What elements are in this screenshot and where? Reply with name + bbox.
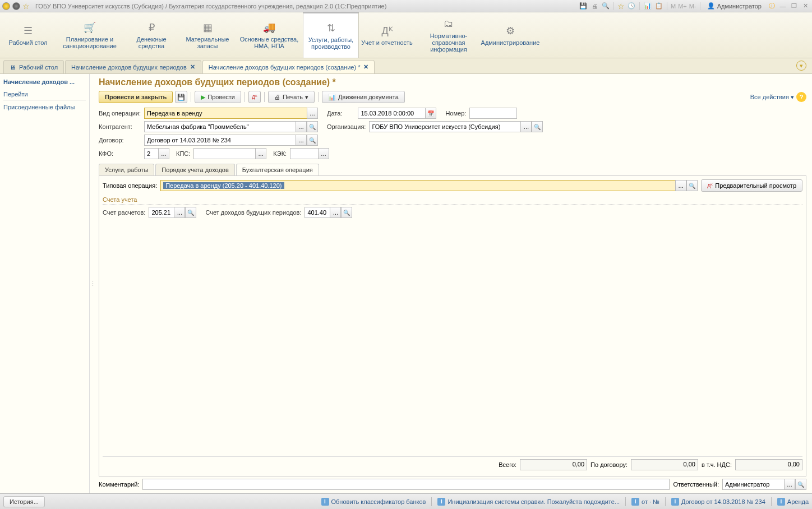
ellipsis-button[interactable]: … xyxy=(318,148,329,159)
gear-icon: ⚙ xyxy=(506,25,515,37)
status-link-1[interactable]: iот · № xyxy=(631,498,659,506)
save-icon[interactable]: 💾 xyxy=(579,2,588,11)
typical-op-label: Типовая операция: xyxy=(103,182,157,189)
close-icon[interactable]: ✕ xyxy=(363,63,368,71)
tab-accounting-operation[interactable]: Бухгалтерская операция xyxy=(236,164,319,175)
restore-icon[interactable]: ❐ xyxy=(790,2,799,11)
search-icon[interactable]: 🔍 xyxy=(601,2,610,11)
nav-admin[interactable]: ⚙Администрирование xyxy=(482,12,538,58)
calendar-icon[interactable]: 📋 xyxy=(654,2,663,11)
ellipsis-button[interactable]: … xyxy=(675,180,686,191)
separator xyxy=(665,497,666,506)
search-button[interactable]: 🔍 xyxy=(532,121,543,132)
all-actions-link[interactable]: Все действия ▾ xyxy=(750,94,794,101)
splitter[interactable]: ⋮ xyxy=(90,74,95,493)
number-input[interactable] xyxy=(469,108,517,119)
post-and-close-button[interactable]: Провести и закрыть xyxy=(99,91,173,103)
settlement-account-input[interactable]: 205.21 xyxy=(149,207,174,218)
comment-row: Комментарий: Ответственный: Администрато… xyxy=(99,476,806,492)
by-contract-value: 0,00 xyxy=(631,459,698,470)
search-button[interactable]: 🔍 xyxy=(307,135,318,146)
ledger-icon: Дᴷ xyxy=(381,25,392,37)
search-button[interactable]: 🔍 xyxy=(686,180,698,191)
comment-input[interactable] xyxy=(142,479,670,490)
ellipsis-button[interactable]: … xyxy=(784,479,795,490)
history-button[interactable]: История... xyxy=(3,496,45,507)
init-help-link[interactable]: iИнициализация системы справки. Пожалуйс… xyxy=(437,498,620,506)
nav-planning[interactable]: 🛒Планирование и санкционирование xyxy=(56,12,123,58)
ellipsis-button[interactable]: … xyxy=(330,207,341,218)
document-toolbar: Провести и закрыть 💾 ▶Провести Дᴷ 🖨 Печа… xyxy=(99,91,806,103)
calculator-icon[interactable]: 📊 xyxy=(643,2,652,11)
tab-services-works[interactable]: Услуги, работы xyxy=(99,164,154,175)
m-minus-label[interactable]: M- xyxy=(689,3,696,10)
kps-label: КПС: xyxy=(176,150,190,157)
print-button[interactable]: 🖨 Печать ▾ xyxy=(268,91,315,103)
status-link-2[interactable]: iДоговор от 14.03.2018 № 234 xyxy=(671,498,765,506)
typical-op-input[interactable]: Передача в аренду (205.20 - 401.40.120) xyxy=(160,180,675,191)
nav-cash[interactable]: ₽Денежные средства xyxy=(123,12,179,58)
organization-input[interactable]: ГОБУ ВПО Университет искусств (Субсидия) xyxy=(369,121,520,132)
date-input[interactable]: 15.03.2018 0:00:00 xyxy=(358,108,425,119)
operation-type-input[interactable]: Передача в аренду xyxy=(144,108,307,119)
nav-materials[interactable]: ▦Материальные запасы xyxy=(179,12,236,58)
clock-icon[interactable]: 🕓 xyxy=(627,2,636,11)
ellipsis-button[interactable]: … xyxy=(307,108,318,119)
ellipsis-button[interactable]: … xyxy=(255,148,266,159)
help-icon[interactable]: ? xyxy=(796,92,806,102)
user-badge[interactable]: 👤 Администратор xyxy=(704,2,765,10)
search-button[interactable]: 🔍 xyxy=(795,479,806,490)
calendar-button[interactable]: 📅 xyxy=(425,108,436,119)
tabs-dropdown-icon[interactable]: ▾ xyxy=(796,61,806,71)
favorite-icon[interactable]: ☆ xyxy=(22,2,30,11)
ellipsis-button[interactable]: … xyxy=(296,121,307,132)
tab-income-create[interactable]: Начисление доходов будущих периодов (соз… xyxy=(202,60,375,73)
ruble-icon: ₽ xyxy=(149,21,155,34)
m-label[interactable]: M xyxy=(671,3,676,10)
cart-icon: 🛒 xyxy=(84,21,96,34)
attached-files-link[interactable]: Присоединенные файлы xyxy=(3,103,86,112)
ellipsis-button[interactable]: … xyxy=(296,135,307,146)
kek-input[interactable] xyxy=(290,148,318,159)
preview-button[interactable]: ДᴷПредварительный просмотр xyxy=(701,179,802,192)
minimize-icon[interactable]: — xyxy=(778,2,787,11)
movements-button[interactable]: 📊 Движения документа xyxy=(322,91,405,103)
close-icon[interactable]: ✕ xyxy=(801,2,810,11)
m-plus-label[interactable]: M+ xyxy=(678,3,687,10)
status-link-3[interactable]: iАренда xyxy=(777,498,809,506)
counterparty-input[interactable]: Мебельная фабрика "Проммебель" xyxy=(144,121,296,132)
contract-input[interactable]: Договор от 14.03.2018 № 234 xyxy=(144,135,296,146)
tab-income-list[interactable]: Начисление доходов будущих периодов✕ xyxy=(65,60,201,73)
dropdown-icon[interactable] xyxy=(12,2,20,10)
future-income-account-input[interactable]: 401.40 xyxy=(304,207,330,218)
dk-button[interactable]: Дᴷ xyxy=(248,91,261,103)
ellipsis-button[interactable]: … xyxy=(158,148,169,159)
close-icon[interactable]: ✕ xyxy=(190,63,195,71)
nav-reference[interactable]: 🗂Нормативно-справочная информация xyxy=(415,12,482,58)
post-button[interactable]: ▶Провести xyxy=(195,91,241,103)
kfo-input[interactable]: 2 xyxy=(144,148,158,159)
star-icon[interactable]: ☆ xyxy=(617,2,625,11)
tab-income-order[interactable]: Порядок учета доходов xyxy=(155,164,235,175)
responsible-input[interactable]: Администратор xyxy=(722,479,784,490)
search-button[interactable]: 🔍 xyxy=(185,207,196,218)
sliders-icon: ⇅ xyxy=(327,22,335,34)
status-bar: История... iОбновить классификатор банко… xyxy=(0,493,812,509)
document-tabs: 🖥Рабочий стол Начисление доходов будущих… xyxy=(0,58,812,74)
tab-desktop[interactable]: 🖥Рабочий стол xyxy=(3,60,64,73)
nav-accounting[interactable]: ДᴷУчет и отчетность xyxy=(359,12,415,58)
separator xyxy=(191,92,191,102)
save-button[interactable]: 💾 xyxy=(175,91,187,103)
update-banks-link[interactable]: iОбновить классификатор банков xyxy=(321,498,426,506)
search-button[interactable]: 🔍 xyxy=(307,121,318,132)
nav-assets[interactable]: 🚚Основные средства, НМА, НПА xyxy=(236,12,303,58)
info-icon[interactable]: ⓘ xyxy=(767,2,776,11)
nav-desktop[interactable]: ☰Рабочий стол xyxy=(0,12,56,58)
search-button[interactable]: 🔍 xyxy=(341,207,352,218)
kps-input[interactable] xyxy=(193,148,255,159)
ellipsis-button[interactable]: … xyxy=(174,207,185,218)
separator xyxy=(244,92,245,102)
ellipsis-button[interactable]: … xyxy=(520,121,532,132)
nav-services[interactable]: ⇅Услуги, работы, производство xyxy=(303,12,359,58)
print-icon[interactable]: 🖨 xyxy=(590,2,599,11)
